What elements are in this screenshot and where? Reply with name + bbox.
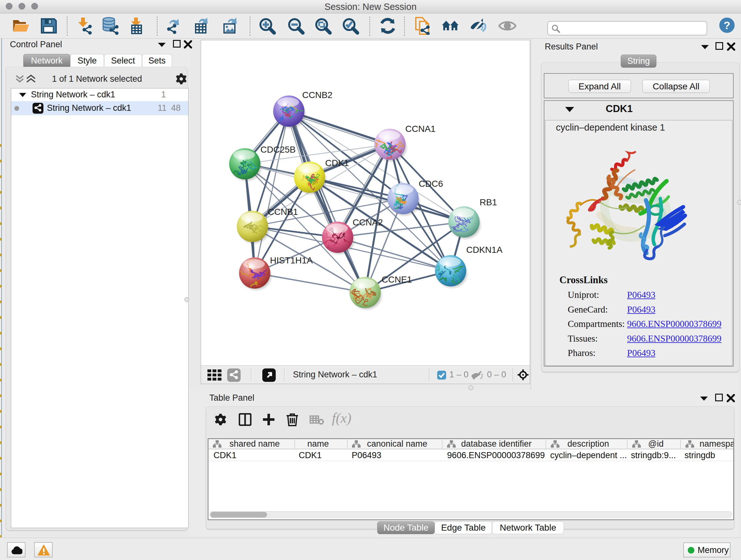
svg-text:CCNB2: CCNB2 bbox=[302, 90, 333, 100]
svg-text:RB1: RB1 bbox=[480, 197, 497, 207]
svg-text:HIST1H1A: HIST1H1A bbox=[270, 255, 313, 265]
svg-text:CDK1: CDK1 bbox=[325, 158, 349, 168]
svg-text:CCNE1: CCNE1 bbox=[382, 274, 412, 285]
svg-text:CDC25B: CDC25B bbox=[260, 145, 295, 154]
svg-text:?: ? bbox=[724, 19, 731, 31]
svg-text:CDKN1A: CDKN1A bbox=[466, 245, 502, 255]
svg-text:CCNB1: CCNB1 bbox=[268, 207, 298, 217]
svg-text:CCNA2: CCNA2 bbox=[353, 217, 383, 227]
svg-text:CDC6: CDC6 bbox=[419, 179, 443, 189]
svg-text:CCNA1: CCNA1 bbox=[405, 124, 435, 134]
